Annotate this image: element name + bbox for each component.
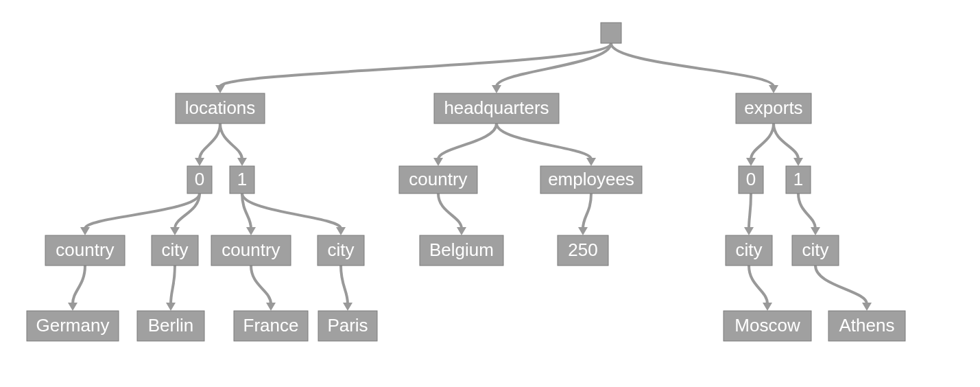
arrowhead-icon [793,158,803,166]
tree-node-label: headquarters [444,97,549,118]
tree-edge [815,266,867,304]
tree-node-label: country [56,239,114,260]
tree-node-germany: Germany [27,311,119,341]
arrowhead-icon [492,85,501,93]
tree-node-l0_city: city [152,235,198,266]
tree-node-paris: Paris [318,311,377,341]
tree-node-hq_belgium: Belgium [420,235,503,266]
arrowhead-icon [80,227,90,235]
tree-node-label: country [409,169,467,189]
tree-node-exp1_city: city [792,235,839,266]
tree-node-exp_0: 0 [739,166,763,194]
tree-node-france: France [234,311,308,341]
tree-edge [611,43,774,86]
arrowhead-icon [763,303,772,311]
arrowhead-icon [433,158,443,166]
tree-node-label: city [162,239,189,260]
tree-node-label: 250 [568,239,597,260]
tree-node-loc_0: 0 [187,166,212,194]
svg-rect-0 [601,23,621,43]
arrowhead-icon [266,303,276,311]
arrowhead-icon [746,158,756,166]
tree-node-label: 0 [195,169,204,189]
tree-node-label: 0 [746,169,756,189]
tree-edge [798,194,815,228]
tree-node-label: Paris [327,315,368,336]
tree-node-exports: exports [736,93,811,124]
arrowhead-icon [336,227,346,235]
tree-node-label: Berlin [148,315,193,336]
tree-node-hq_country: country [399,166,477,194]
arrowhead-icon [769,85,778,93]
tree-edge [749,194,751,228]
tree-edge [749,266,767,304]
tree-edge [497,43,611,86]
arrowhead-icon [744,227,754,235]
arrowhead-icon [586,158,596,166]
tree-edge [438,194,462,228]
tree-node-label: country [222,239,280,260]
tree-edge [438,124,497,159]
arrowhead-icon [862,303,872,311]
tree-edge [751,124,774,159]
tree-node-label: exports [744,97,802,118]
arrowhead-icon [457,227,466,235]
tree-node-loc_1: 1 [230,166,254,194]
tree-edge [171,266,175,304]
tree-node-exp0_city: city [726,235,772,266]
tree-node-label: 1 [793,169,803,189]
tree-edge [220,43,611,86]
tree-node-hq_250: 250 [558,235,608,266]
arrowhead-icon [68,303,77,311]
tree-node-label: city [802,239,829,260]
tree-node-label: employees [548,169,634,189]
arrowhead-icon [246,227,256,235]
tree-diagram: locationsheadquartersexports01countryemp… [0,0,980,387]
tree-edge [200,124,220,159]
tree-node-exp_1: 1 [786,166,811,194]
arrowhead-icon [811,227,820,235]
tree-node-label: city [736,239,763,260]
tree-node-label: city [328,239,355,260]
tree-node-locations: locations [176,93,265,124]
tree-node-l0_country: country [45,235,125,266]
arrowhead-icon [237,158,247,166]
tree-node-label: locations [185,97,256,118]
arrowhead-icon [195,158,204,166]
tree-edge [73,266,85,304]
tree-node-headquarters: headquarters [434,93,559,124]
arrowhead-icon [166,303,176,311]
tree-node-moscow: Moscow [724,311,811,341]
tree-node-label: France [243,315,299,336]
tree-node-label: Belgium [429,239,494,260]
tree-edge [220,124,242,159]
arrowhead-icon [578,227,588,235]
arrowhead-icon [215,85,225,93]
tree-node-l1_city: city [318,235,364,266]
tree-node-l1_country: country [211,235,291,266]
tree-node-label: 1 [237,169,247,189]
tree-edge [242,194,341,228]
arrowhead-icon [343,303,352,311]
tree-edge [341,266,348,304]
tree-node-root [601,23,621,43]
tree-node-hq_employees: employees [540,166,642,194]
tree-node-label: Germany [36,315,110,336]
tree-edge [497,124,591,159]
tree-edge [85,194,200,228]
tree-edge [583,194,591,228]
tree-node-berlin: Berlin [137,311,204,341]
tree-node-label: Athens [839,315,895,336]
arrowhead-icon [170,227,180,235]
tree-edge [251,266,271,304]
tree-edge [774,124,798,159]
tree-node-athens: Athens [828,311,905,341]
tree-node-label: Moscow [734,315,800,336]
